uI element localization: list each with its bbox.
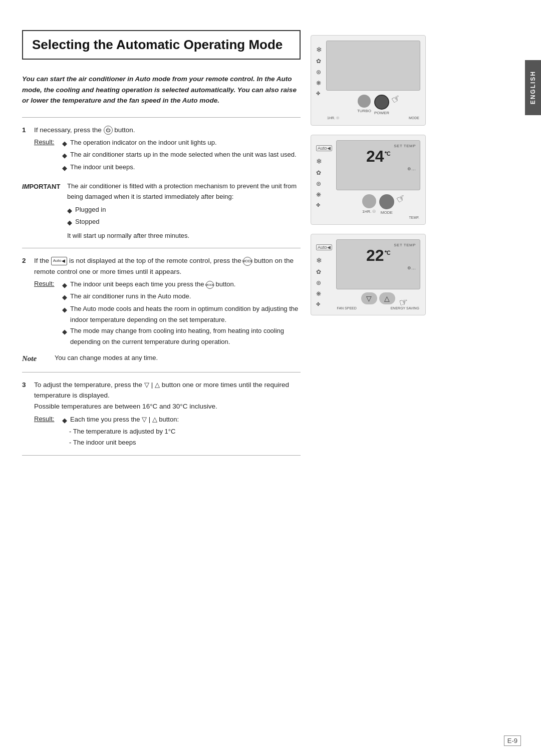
- icon-sun-2: ✿: [316, 169, 332, 176]
- note-label: Note: [22, 352, 50, 365]
- remote-image-2: Auto◀ ❄ ✿ ⊛ ❋ ✤ SET TEMP 24℃ ⊛…: [311, 135, 426, 225]
- result-3-item-1: Each time you press the ▽ | △ button:: [70, 414, 179, 426]
- right-images: ❄ ✿ ⊛ ❋ ✤ TURBO: [311, 15, 446, 741]
- intro-paragraph: You can start the air conditioner in Aut…: [22, 74, 301, 106]
- hand-pointer-3: ☞: [398, 296, 409, 309]
- icon-wind-2: ❋: [316, 191, 332, 198]
- page-number: E-9: [504, 735, 521, 746]
- label-mode-1: MODE: [409, 116, 419, 120]
- result-label-1: Result:: [34, 137, 58, 173]
- step-3-number: 3: [22, 380, 30, 391]
- hand-pointer-2: ☞: [394, 191, 408, 206]
- remote-1-bottom-labels: 1HR. ☉ MODE: [326, 116, 420, 120]
- divider-2: [22, 248, 301, 248]
- language-tab: ENGLISH: [525, 60, 541, 115]
- result-2-item-1: The indoor unit beeps each time you pres…: [70, 279, 235, 291]
- important-content: The air conditioner is fitted with a pro…: [67, 181, 301, 241]
- step-1-text: If necessary, press the ⏻ button.: [34, 125, 301, 136]
- page-title: Selecting the Automatic Operating Mode: [32, 37, 291, 53]
- icon-fan-2: ⊛: [316, 180, 332, 187]
- step-1-result: Result: ◆The operation indicator on the …: [34, 137, 301, 173]
- title-box: Selecting the Automatic Operating Mode: [22, 30, 301, 60]
- step-1-number: 1: [22, 125, 30, 136]
- step-3: 3 To adjust the temperature, press the ▽…: [22, 380, 301, 448]
- step-3-result: Result: ◆ Each time you press the ▽ | △ …: [34, 414, 301, 448]
- power-icon-inline: ⏻: [104, 126, 113, 135]
- important-text: The air conditioner is fitted with a pro…: [67, 181, 301, 202]
- icon-auto-1: ✤: [316, 91, 322, 96]
- remote-3-screen: SET TEMP 22℃ ⊛…: [336, 239, 420, 289]
- remote-2-buttons: 1HR. ☉ MODE ☞: [336, 194, 420, 215]
- result-3-sub-1: - The temperature is adjusted by 1°C: [69, 426, 301, 437]
- note-block: Note You can change modes at any time.: [22, 352, 301, 365]
- important-label: IMPORTANT: [22, 181, 62, 241]
- temp-label-2: TEMP.: [409, 216, 420, 219]
- icon-fan-1: ⊛: [316, 69, 322, 76]
- icon-snowflake-2: ❄: [316, 157, 332, 165]
- result-items-3: ◆ Each time you press the ▽ | △ button: …: [62, 414, 301, 448]
- result-2-item-3: The Auto mode cools and heats the room i…: [70, 303, 301, 325]
- icon-wind-3: ❋: [316, 290, 332, 297]
- temp-down-btn[interactable]: ▽: [361, 292, 377, 304]
- fan-speed-label-3: FAN SPEED: [337, 306, 357, 310]
- hand-pointer-1: ☞: [389, 91, 403, 106]
- icon-fan-3: ⊛: [316, 279, 332, 286]
- result-1-item-2: The air conditioner starts up in the mod…: [70, 149, 297, 161]
- divider-4: [22, 455, 301, 456]
- icon-snowflake-3: ❄: [316, 256, 332, 264]
- remote-1-screen: [326, 41, 420, 91]
- result-1-item-1: The operation indicator on the indoor un…: [70, 137, 217, 149]
- remote-2-left-icons: Auto◀ ❄ ✿ ⊛ ❋ ✤: [316, 140, 332, 219]
- mode-icon-inline-2: MODE: [206, 281, 214, 289]
- 1hr-btn-2[interactable]: [362, 194, 376, 208]
- step-3-sub: Possible temperatures are between 16°C a…: [34, 403, 217, 410]
- result-2-item-4: The mode may change from cooling into he…: [70, 325, 301, 347]
- turbo-btn[interactable]: [358, 95, 371, 108]
- result-label-2: Result:: [34, 279, 58, 347]
- power-btn-1[interactable]: [374, 95, 389, 110]
- temp-up-btn[interactable]: △: [379, 292, 395, 304]
- icon-auto2-2: ✤: [316, 202, 332, 208]
- result-items-2: ◆ The indoor unit beeps each time you pr…: [62, 279, 301, 347]
- auto-icon-inline: Auto◀: [51, 257, 67, 265]
- icon-wind-1: ❋: [316, 80, 322, 87]
- mode-icon-inline: MODE: [243, 257, 252, 266]
- remote-3-left-icons: Auto◀ ❄ ✿ ⊛ ❋ ✤: [316, 239, 332, 310]
- icon-sun-1: ✿: [316, 58, 322, 65]
- remote-image-1: ❄ ✿ ⊛ ❋ ✤ TURBO: [311, 35, 426, 126]
- step-1: 1 If necessary, press the ⏻ button. Resu…: [22, 125, 301, 174]
- temp-unit-2: ℃: [384, 151, 390, 157]
- result-items-1: ◆The operation indicator on the indoor u…: [62, 137, 301, 173]
- step-2-result: Result: ◆ The indoor unit beeps each tim…: [34, 279, 301, 347]
- remote-1-left-icons: ❄ ✿ ⊛ ❋ ✤: [316, 41, 322, 120]
- temp-display-3: 22℃: [341, 247, 416, 263]
- result-3-sub-2: - The indoor unit beeps: [69, 437, 301, 448]
- up-arrow-inline-2: △: [152, 414, 157, 425]
- important-bullet-2: Stopped: [75, 216, 99, 228]
- 1hr-label-2: 1HR. ☉: [362, 209, 376, 214]
- result-label-3: Result:: [34, 414, 58, 448]
- language-label: ENGLISH: [529, 71, 536, 104]
- icon-auto-2: Auto◀: [316, 145, 332, 151]
- divider-3: [22, 372, 301, 372]
- remote-3-bottom-icon: ⊛…: [407, 265, 416, 270]
- icon-sun-3: ✿: [316, 268, 332, 275]
- remote-2-bottom-icon: ⊛…: [407, 166, 416, 171]
- power-btn-label: POWER: [374, 111, 389, 115]
- mode-btn-2[interactable]: [379, 194, 394, 209]
- icon-auto-3: Auto◀: [316, 244, 332, 250]
- turbo-label: TURBO: [357, 109, 371, 113]
- result-2-item-2: The air conditioner runs in the Auto mod…: [70, 291, 191, 303]
- result-1-item-3: The indoor unit beeps.: [70, 162, 135, 174]
- important-bullet-1: Plugged in: [75, 204, 106, 216]
- temp-display-2: 24℃: [341, 148, 416, 164]
- step-2-number: 2: [22, 255, 30, 266]
- remote-1-buttons: TURBO POWER ☞: [326, 95, 420, 115]
- note-text: You can change modes at any time.: [55, 352, 158, 363]
- icon-auto2-3: ✤: [316, 301, 332, 307]
- mode-btn-label-2: MODE: [381, 210, 393, 215]
- down-arrow-inline-2: ▽: [142, 414, 147, 425]
- down-arrow-inline: ▽: [144, 380, 149, 391]
- icon-snowflake-1: ❄: [316, 46, 322, 54]
- remote-image-3: Auto◀ ❄ ✿ ⊛ ❋ ✤ SET TEMP 22℃ ⊛…: [311, 234, 426, 315]
